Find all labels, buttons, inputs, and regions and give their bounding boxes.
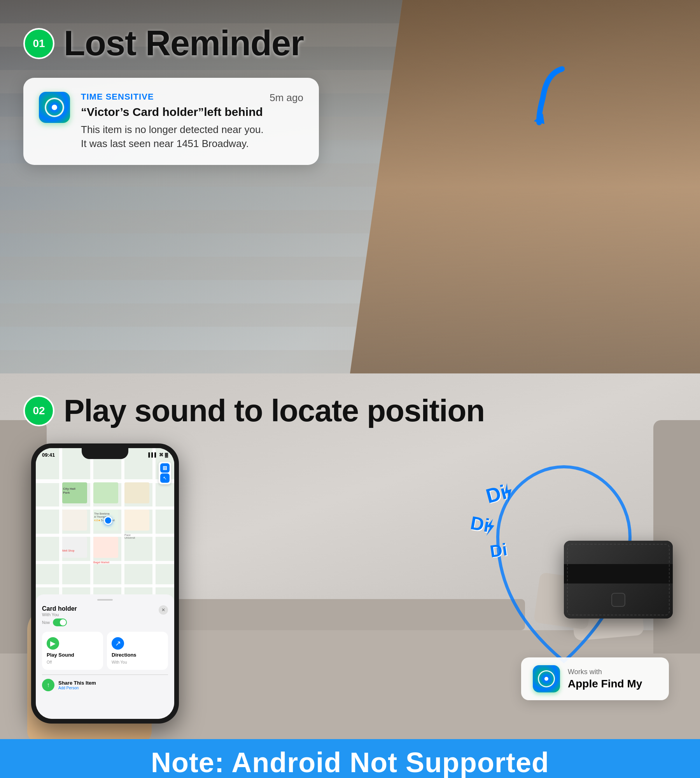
find-my-icon-dot <box>52 105 57 110</box>
share-this-item-row: ↑ Share This Item Add Person <box>42 675 168 691</box>
map-btn-1[interactable]: ⊞ <box>160 463 170 473</box>
phone-status-icons: ▌▌▌ ⌘ ▓ <box>149 452 168 457</box>
map-block-6 <box>93 537 118 558</box>
sheet-header: Card holder With You ✕ <box>42 605 168 617</box>
map-controls[interactable]: ⊞ ↖ <box>159 462 171 484</box>
map-label-bagel: Bagel Market <box>93 561 109 564</box>
map-block-4 <box>124 510 149 531</box>
map-btn-2[interactable]: ↖ <box>160 473 170 483</box>
section1-header: 01 Lost Reminder <box>23 23 304 63</box>
sheet-close-btn[interactable]: ✕ <box>159 605 168 615</box>
sound-di-2: Di <box>469 512 491 536</box>
map-label-cityhall: City HallPark <box>63 487 75 494</box>
sound-di-label-3: Di <box>489 540 508 561</box>
section2-header: 02 Play sound to locate position <box>23 393 485 429</box>
notification-time: 5m ago <box>270 92 303 104</box>
footer-text: Note: Android Not Supported <box>151 746 549 778</box>
play-sound-sub: Off <box>47 660 98 664</box>
footer-bar: Note: Android Not Supported <box>0 739 700 778</box>
woman-background-area <box>350 0 700 373</box>
signal-icon: ▌▌▌ <box>149 452 158 457</box>
hand-phone-container: 09:41 ▌▌▌ ⌘ ▓ <box>8 432 187 739</box>
phone-bottom-sheet: Card holder With You ✕ Now ▶ Play Sound <box>36 594 174 719</box>
play-sound-icon: ▶ <box>47 637 59 650</box>
phone-screen: 09:41 ▌▌▌ ⌘ ▓ <box>36 448 174 719</box>
notification-card: TIME SENSITIVE “Victor’s Card holder”lef… <box>23 78 319 165</box>
wallet-card <box>564 541 673 619</box>
section1-title: Lost Reminder <box>64 23 304 63</box>
road-v3 <box>121 448 124 612</box>
sheet-subtitle: With You <box>42 612 77 617</box>
road-v4 <box>152 448 156 612</box>
svg-marker-2 <box>485 518 495 537</box>
notification-title: “Victor’s Card holder”left behind <box>81 104 303 119</box>
map-block-3 <box>62 510 87 531</box>
find-my-icon-inner <box>45 98 64 117</box>
directions-sub: With You <box>112 660 163 664</box>
map-pin <box>104 516 112 525</box>
map-block-1 <box>93 482 118 503</box>
map-label-melt: Melt Shop <box>62 549 75 552</box>
step-number-2: 02 <box>33 405 45 417</box>
sheet-now-label: Now <box>42 620 50 625</box>
findmy-text: Works with Apple Find My <box>568 668 642 690</box>
findmy-works-with: Works with <box>568 668 642 676</box>
map-block-5 <box>62 537 87 558</box>
road-v1 <box>59 448 62 612</box>
section2-title: Play sound to locate position <box>64 393 485 429</box>
share-item-label: Share This Item <box>58 680 96 686</box>
findmy-icon-dot <box>544 677 548 681</box>
map-label-pace: PaceUniversit <box>124 534 135 539</box>
phone-time: 09:41 <box>42 452 55 458</box>
road-v2 <box>90 448 93 612</box>
directions-btn[interactable]: ↗ Directions With You <box>107 632 168 670</box>
section1-lost-reminder: 01 Lost Reminder TIME SENSITIVE “Victor’… <box>0 0 700 373</box>
add-person-label: Add Person <box>58 686 96 690</box>
play-sound-label: Play Sound <box>47 652 98 658</box>
map-block-2 <box>124 482 149 503</box>
map-pin-circle <box>104 516 112 525</box>
findmy-icon-inner <box>538 670 555 687</box>
sheet-title: Card holder <box>42 605 77 612</box>
findmy-badge: Works with Apple Find My <box>521 657 669 700</box>
step-badge-2: 02 <box>23 395 54 426</box>
battery-icon: ▓ <box>165 452 168 457</box>
step-number-1: 01 <box>33 37 45 50</box>
play-sound-btn[interactable]: ▶ Play Sound Off <box>42 632 103 670</box>
notification-body-line1: This item is no longer detected near you… <box>81 124 264 135</box>
card-stitching <box>567 544 670 615</box>
share-text-area: Share This Item Add Person <box>58 680 96 690</box>
directions-icon: ↗ <box>112 637 124 650</box>
wifi-icon: ⌘ <box>159 452 163 457</box>
step-badge-1: 01 <box>23 28 54 59</box>
share-icon: ↑ <box>42 679 54 691</box>
woman-overlay <box>350 0 700 373</box>
phone-status-bar: 09:41 ▌▌▌ ⌘ ▓ <box>42 450 168 459</box>
sheet-handle <box>97 599 113 601</box>
notification-body-line2: It was last seen near 1451 Broadway. <box>81 138 249 149</box>
sheet-toggle[interactable] <box>53 619 67 626</box>
findmy-brand: Apple Find My <box>568 678 642 690</box>
phone-mockup: 09:41 ▌▌▌ ⌘ ▓ <box>31 443 179 724</box>
directions-label: Directions <box>112 652 163 658</box>
sheet-toggle-row: Now <box>42 619 168 626</box>
phone-map: City HallPark The BeekmaA Thompson4.6★ 5… <box>36 448 174 612</box>
sheet-action-buttons: ▶ Play Sound Off ↗ Directions With You <box>42 632 168 670</box>
sheet-title-area: Card holder With You <box>42 605 77 617</box>
find-my-icon <box>39 92 70 123</box>
sound-di-3: Di <box>489 540 509 561</box>
findmy-icon <box>533 665 560 692</box>
wallet-area: Di Di Di <box>467 451 661 685</box>
notification-body: This item is no longer detected near you… <box>81 123 303 151</box>
section2-play-sound: 02 Play sound to locate position 09:41 ▌… <box>0 373 700 739</box>
